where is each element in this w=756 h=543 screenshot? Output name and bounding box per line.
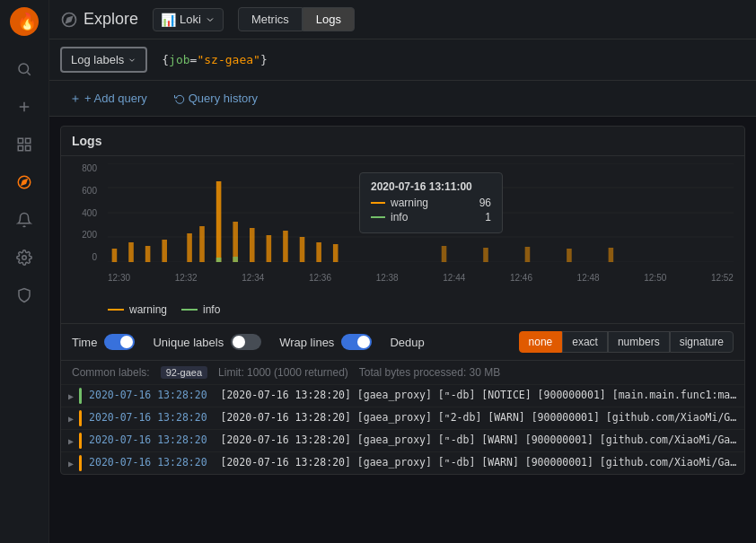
sidebar-item-search[interactable] bbox=[8, 53, 40, 85]
legend-warning-label: warning bbox=[129, 303, 167, 316]
expr-key: job bbox=[169, 53, 189, 66]
log-rows: ▶ 2020-07-16 13:28:20 [2020-07-16 13:28:… bbox=[61, 384, 744, 474]
app-logo[interactable]: 🔥 bbox=[10, 7, 39, 36]
tab-metrics[interactable]: Metrics bbox=[238, 7, 303, 31]
y-0: 0 bbox=[72, 252, 97, 262]
sidebar-item-explore[interactable] bbox=[8, 166, 40, 198]
tooltip-warning-line bbox=[371, 202, 385, 204]
control-time: Time bbox=[72, 334, 135, 350]
sidebar-item-add[interactable] bbox=[8, 91, 40, 123]
y-400: 400 bbox=[72, 208, 97, 218]
wrap-lines-toggle[interactable] bbox=[341, 334, 372, 350]
dedup-exact-button[interactable]: exact bbox=[562, 331, 608, 353]
info-tag: 92-gaea bbox=[161, 366, 207, 379]
sidebar-item-grid[interactable] bbox=[8, 128, 40, 161]
main-content: Explore 📊 Loki Metrics Logs Log labels {… bbox=[49, 0, 756, 543]
svg-rect-34 bbox=[316, 242, 321, 262]
x-1234: 12:34 bbox=[242, 273, 264, 283]
legend-warning-line bbox=[108, 309, 124, 311]
explore-icon bbox=[60, 11, 78, 29]
expr-open-brace: { bbox=[162, 53, 169, 66]
add-query-label: + Add query bbox=[84, 92, 147, 105]
svg-rect-33 bbox=[300, 237, 305, 262]
unique-labels-toggle[interactable] bbox=[231, 334, 261, 350]
svg-rect-41 bbox=[216, 258, 222, 262]
log-row-content-3: 2020-07-16 13:28:20 [2020-07-16 13:28:20… bbox=[89, 433, 737, 448]
control-wrap-lines: Wrap lines bbox=[279, 334, 372, 350]
sidebar-item-settings[interactable] bbox=[8, 241, 40, 274]
query-history-button[interactable]: Query history bbox=[164, 86, 268, 110]
log-row-content-4: 2020-07-16 13:28:20 [2020-07-16 13:28:20… bbox=[89, 455, 737, 470]
log-level-bar-3 bbox=[79, 433, 82, 449]
svg-rect-6 bbox=[18, 138, 22, 143]
time-toggle-knob bbox=[120, 336, 133, 348]
legend-info-label: info bbox=[203, 303, 220, 316]
svg-rect-8 bbox=[18, 146, 22, 151]
tab-logs[interactable]: Logs bbox=[303, 7, 355, 31]
wrap-lines-label: Wrap lines bbox=[279, 336, 334, 349]
logs-panel-title: Logs bbox=[61, 127, 744, 156]
tooltip-title: 2020-07-16 13:11:00 bbox=[371, 180, 491, 193]
tooltip-info-row: info 1 bbox=[371, 211, 491, 223]
tooltip-info-line bbox=[371, 216, 385, 218]
x-1246: 12:46 bbox=[510, 273, 532, 283]
time-toggle[interactable] bbox=[104, 334, 135, 350]
tooltip-warning-label: warning bbox=[391, 197, 474, 209]
x-1238: 12:38 bbox=[376, 273, 399, 283]
svg-rect-31 bbox=[267, 235, 272, 262]
log-row[interactable]: ▶ 2020-07-16 13:28:20 [2020-07-16 13:28:… bbox=[61, 407, 744, 429]
sidebar-item-alerts[interactable] bbox=[8, 204, 40, 236]
svg-line-3 bbox=[27, 72, 30, 74]
dedup-signature-button[interactable]: signature bbox=[670, 331, 734, 353]
query-expression-text: {job="sz-gaea"} bbox=[162, 53, 267, 66]
svg-rect-28 bbox=[216, 181, 222, 262]
mode-tabs: Metrics Logs bbox=[238, 7, 355, 31]
y-800: 800 bbox=[72, 163, 97, 173]
x-1232: 12:32 bbox=[175, 273, 198, 283]
log-time-3: 2020-07-16 13:28:20 bbox=[89, 434, 207, 446]
total-bytes-text: Total bytes processed: 30 MB bbox=[359, 366, 500, 379]
time-label: Time bbox=[72, 336, 97, 349]
x-1250: 12:50 bbox=[644, 273, 666, 283]
log-row[interactable]: ▶ 2020-07-16 13:28:20 [2020-07-16 13:28:… bbox=[61, 384, 744, 407]
x-axis: 12:30 12:32 12:34 12:36 12:38 12:44 12:4… bbox=[108, 271, 734, 283]
chevron-down-icon bbox=[205, 14, 215, 25]
title-text: Explore bbox=[84, 10, 138, 29]
x-1252: 12:52 bbox=[711, 273, 734, 283]
topbar: Explore 📊 Loki Metrics Logs bbox=[49, 0, 756, 39]
svg-marker-14 bbox=[66, 16, 73, 22]
datasource-selector[interactable]: 📊 Loki bbox=[153, 8, 224, 31]
legend-info: info bbox=[181, 303, 220, 316]
svg-rect-7 bbox=[26, 138, 31, 143]
dedup-none-button[interactable]: none bbox=[519, 331, 563, 353]
control-dedup: Dedup bbox=[390, 336, 424, 349]
controls-bar: Time Unique labels Wrap lines bbox=[61, 323, 744, 361]
svg-text:🔥: 🔥 bbox=[17, 12, 38, 31]
x-1244: 12:44 bbox=[443, 273, 465, 283]
add-query-button[interactable]: + Add query bbox=[60, 86, 157, 110]
chart-legend: warning info bbox=[61, 300, 744, 323]
sidebar-item-shield[interactable] bbox=[8, 279, 40, 311]
dedup-numbers-button[interactable]: numbers bbox=[608, 331, 670, 353]
query-history-label: Query history bbox=[189, 92, 258, 105]
log-row[interactable]: ▶ 2020-07-16 13:28:20 [2020-07-16 13:28:… bbox=[61, 451, 744, 474]
expr-close-brace: } bbox=[260, 53, 268, 66]
history-icon bbox=[174, 93, 185, 104]
plus-icon bbox=[70, 93, 81, 104]
dedup-buttons: none exact numbers signature bbox=[519, 331, 734, 353]
action-bar: + Add query Query history bbox=[49, 81, 756, 117]
svg-marker-11 bbox=[22, 180, 27, 185]
svg-rect-26 bbox=[187, 233, 192, 262]
query-expression-display[interactable]: {job="sz-gaea"} bbox=[154, 49, 745, 70]
legend-info-line bbox=[181, 309, 198, 311]
log-row-toggle-4: ▶ bbox=[68, 455, 74, 470]
info-bar: Common labels: 92-gaea Limit: 1000 (1000… bbox=[61, 361, 744, 384]
svg-point-2 bbox=[19, 64, 29, 74]
log-row[interactable]: ▶ 2020-07-16 13:28:20 [2020-07-16 13:28:… bbox=[61, 429, 744, 451]
svg-rect-35 bbox=[333, 244, 338, 262]
y-600: 600 bbox=[72, 186, 97, 196]
legend-warning: warning bbox=[108, 303, 167, 316]
log-labels-button[interactable]: Log labels bbox=[60, 47, 147, 73]
chart-canvas: 2020-07-16 13:11:00 warning 96 info 1 bbox=[108, 163, 734, 271]
log-row-toggle-2: ▶ bbox=[68, 410, 74, 425]
